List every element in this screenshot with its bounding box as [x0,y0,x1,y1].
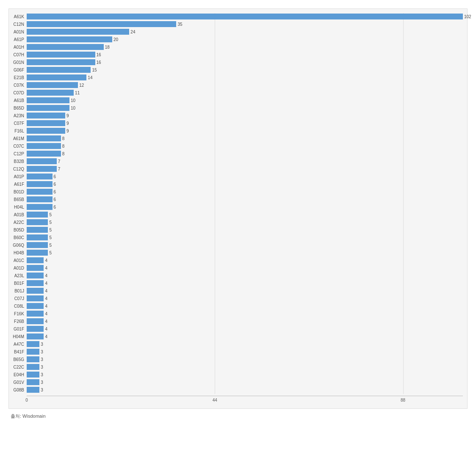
bar-track: 6 [27,196,463,202]
bar-label: B65D [9,106,27,110]
bar-value: 4 [45,273,47,278]
bar-row: F26B4 [9,318,463,325]
bar-track: 5 [27,227,463,233]
bar-value: 4 [45,327,47,331]
bar-track: 4 [27,265,463,271]
bar-label: C08L [9,304,27,309]
bar-row: C07C8 [9,143,463,149]
bar-value: 5 [49,243,52,248]
bar-label: B05D [9,228,27,232]
bar-track: 5 [27,212,463,218]
bar-track: 7 [27,166,463,172]
bar-track: 3 [27,341,463,347]
chart-area: A61K102C12N35A01N24A61P20A01H18C07H16G01… [8,8,468,409]
bar-label: A61F [9,182,27,187]
bar-value: 14 [88,75,92,80]
bar-fill [27,242,48,248]
bar-fill [27,52,95,58]
bar-fill [27,250,48,256]
bar-track: 5 [27,242,463,248]
bar-track: 24 [27,29,463,35]
bar-label: B60C [9,235,27,240]
bar-track: 6 [27,181,463,187]
bar-row: A61M8 [9,135,463,142]
source-label: 출처: Wisdomain [11,413,468,419]
bar-row: A61F6 [9,181,463,187]
bar-value: 4 [45,281,47,286]
bar-label: G06F [9,68,27,72]
bar-fill [27,90,74,96]
bar-label: A61B [9,98,27,103]
bar-fill [27,333,44,339]
bar-fill [27,74,86,80]
bar-value: 3 [41,357,43,362]
bar-row: A01N24 [9,28,463,35]
bar-value: 18 [105,45,110,50]
bar-row: B01J4 [9,287,463,294]
bar-fill [27,227,48,233]
bar-fill [27,295,44,301]
bar-fill [27,288,44,294]
bar-track: 8 [27,135,463,141]
bar-fill [27,82,78,88]
bar-track: 4 [27,318,463,324]
bar-label: G01N [9,60,27,65]
bar-row: C12Q7 [9,165,463,172]
bar-row: E04H3 [9,371,463,378]
bar-value: 4 [45,311,47,316]
bar-label: B65G [9,357,27,362]
bar-track: 4 [27,280,463,286]
bar-row: G06F15 [9,66,463,73]
bar-value: 4 [45,304,47,309]
bar-value: 7 [58,167,61,171]
x-axis-tick: 0 [25,398,28,402]
bar-label: H04M [9,334,27,339]
bar-label: A01N [9,30,27,34]
bar-value: 3 [41,380,43,385]
bar-track: 11 [27,90,463,96]
bar-value: 4 [45,258,47,263]
chart-inner: A61K102C12N35A01N24A61P20A01H18C07H16G01… [9,13,463,394]
bar-track: 3 [27,372,463,378]
bar-row: C07K12 [9,82,463,88]
bar-row: A61K102 [9,13,463,20]
bar-label: G08B [9,388,27,392]
bar-label: A01D [9,266,27,270]
bar-row: B65B6 [9,196,463,203]
bar-label: B32B [9,159,27,164]
bar-track: 8 [27,143,463,149]
bar-row: B32B7 [9,158,463,165]
bar-track: 5 [27,219,463,225]
bar-track: 3 [27,364,463,370]
bar-row: G08B3 [9,386,463,393]
bar-fill [27,29,129,35]
bar-track: 7 [27,158,463,164]
bar-row: B41F3 [9,348,463,355]
bar-value: 3 [41,342,43,347]
bar-label: C07C [9,144,27,149]
bar-label: A23N [9,113,27,118]
bar-fill [27,189,53,195]
bar-track: 4 [27,257,463,263]
bar-fill [27,151,61,157]
bar-label: A22C [9,220,27,225]
bar-fill [27,181,53,187]
bar-value: 6 [54,190,56,194]
bar-row: A61B10 [9,97,463,104]
bar-track: 5 [27,234,463,240]
bar-value: 20 [113,37,118,42]
bar-value: 9 [66,129,69,133]
bar-track: 4 [27,288,463,294]
bar-label: B01J [9,289,27,293]
bar-fill [27,166,57,172]
bar-value: 6 [54,182,56,187]
bar-row: G06Q5 [9,242,463,248]
bar-row: C07H16 [9,51,463,58]
bar-label: H04B [9,251,27,255]
bar-row: B01D6 [9,188,463,195]
x-axis: 04488 [27,396,463,404]
bar-value: 3 [41,372,43,377]
bar-fill [27,59,95,65]
bar-track: 12 [27,82,463,88]
bar-label: C07F [9,121,27,126]
